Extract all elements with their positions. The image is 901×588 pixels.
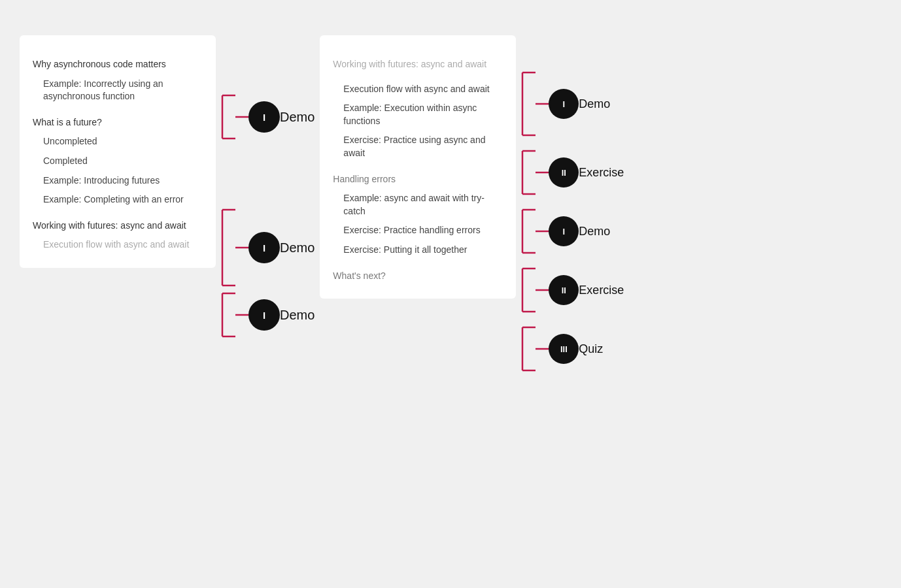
right-toc-item-r-item-3[interactable]: Exercise: Practice using async and await: [333, 131, 503, 163]
right-toc-header: Working with futures: async and await: [333, 55, 503, 74]
right-toc-item-r-item-2[interactable]: Example: Execution within async function…: [333, 99, 503, 131]
right-toc-panel: Working with futures: async and awaitExe…: [320, 35, 516, 299]
right-badge-circle-4: II: [549, 275, 579, 305]
toc-item-item-8[interactable]: Working with futures: async and await: [33, 216, 203, 236]
badge-label-2: Demo: [280, 240, 314, 255]
middle-badge-1: IDemo: [221, 94, 314, 140]
badge-circle-2: I: [248, 232, 280, 263]
badge-circle-1: I: [248, 101, 280, 133]
right-toc-item-r-item-5[interactable]: Example: async and await with try-catch: [333, 189, 503, 221]
toc-item-item-3[interactable]: What is a future?: [33, 113, 203, 133]
right-toc-item-r-item-7[interactable]: Exercise: Putting it all together: [333, 240, 503, 260]
right-badge-4: IIExercise: [521, 267, 624, 313]
right-badge-label-2: Exercise: [579, 166, 624, 180]
toc-item-item-7[interactable]: Example: Completing with an error: [33, 190, 203, 210]
right-toc-item-r-item-1[interactable]: Execution flow with async and await: [333, 80, 503, 99]
middle-badge-3: IDemo: [221, 292, 314, 338]
middle-badges-column: IDemoIDemoIDemo: [216, 74, 320, 338]
left-toc-panel: Why asynchronous code mattersExample: In…: [20, 35, 216, 268]
badge-label-1: Demo: [280, 110, 314, 125]
middle-badge-2: IDemo: [221, 208, 314, 287]
toc-item-item-9[interactable]: Execution flow with async and await: [33, 235, 203, 255]
right-badge-2: IIExercise: [521, 150, 624, 195]
right-badge-circle-1: I: [549, 89, 579, 119]
toc-item-item-6[interactable]: Example: Introducing futures: [33, 171, 203, 191]
right-badge-label-1: Demo: [579, 97, 610, 111]
right-badge-label-5: Quiz: [579, 342, 603, 356]
badge-label-3: Demo: [280, 308, 314, 323]
badge-circle-3: I: [248, 299, 280, 331]
right-badges-column: IDemoIIExerciseIDemoIIExerciseIIIQuiz: [516, 42, 629, 372]
right-badge-label-4: Exercise: [579, 284, 624, 297]
right-badge-circle-2: II: [549, 157, 579, 188]
right-toc-item-r-item-4[interactable]: Handling errors: [333, 170, 503, 189]
right-badge-circle-3: I: [549, 216, 579, 246]
toc-item-item-5[interactable]: Completed: [33, 152, 203, 171]
main-layout: Why asynchronous code mattersExample: In…: [20, 35, 881, 372]
right-badge-3: IDemo: [521, 208, 624, 254]
right-badge-circle-5: III: [549, 334, 579, 364]
right-badge-label-3: Demo: [579, 225, 610, 238]
right-badge-5: IIIQuiz: [521, 326, 624, 372]
toc-item-item-2[interactable]: Example: Incorrectly using an asynchrono…: [33, 74, 203, 106]
toc-item-item-4[interactable]: Uncompleted: [33, 132, 203, 152]
right-badge-1: IDemo: [521, 71, 624, 137]
toc-item-item-1[interactable]: Why asynchronous code matters: [33, 55, 203, 74]
right-toc-item-r-item-6[interactable]: Exercise: Practice handling errors: [333, 221, 503, 240]
right-toc-item-r-item-8[interactable]: What's next?: [333, 267, 503, 286]
